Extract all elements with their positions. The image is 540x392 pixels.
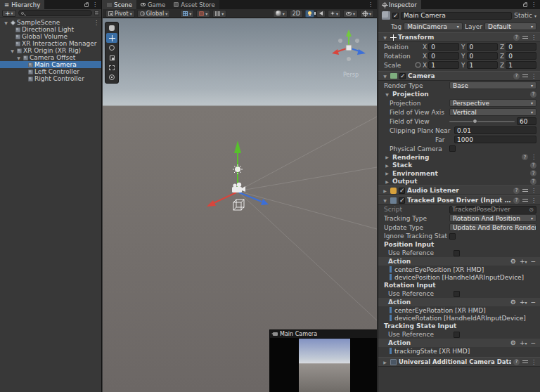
scene-visibility-button[interactable]: ▾ — [343, 10, 358, 18]
camera-header[interactable]: ▼ Camera ? ⋮ — [378, 71, 540, 81]
scene-kebab-icon[interactable]: ⋮ — [94, 20, 99, 26]
scene-canvas[interactable]: Persp — [103, 18, 377, 392]
position-y-field[interactable]: 0 — [467, 43, 499, 51]
help-icon[interactable]: ? — [513, 188, 520, 194]
fov-axis-dropdown[interactable]: Vertical ▾ — [449, 108, 536, 116]
search-filter-icon[interactable] — [94, 11, 99, 15]
kebab-menu-icon[interactable]: ⋮ — [531, 34, 536, 41]
camera-enabled-checkbox[interactable] — [399, 73, 406, 79]
preset-icon[interactable] — [522, 188, 528, 193]
constrain-proportions-icon[interactable] — [416, 63, 420, 67]
add-binding-icon[interactable]: +▾ — [520, 299, 527, 306]
grid-visibility-button[interactable]: ▾ — [180, 10, 194, 18]
projection-foldout[interactable]: ▼ Projection ? — [378, 90, 540, 98]
view-tool-button[interactable] — [106, 23, 117, 33]
help-icon[interactable]: ? — [530, 178, 536, 185]
layer-dropdown[interactable]: Default ▾ — [484, 22, 536, 30]
help-icon[interactable]: ? — [513, 359, 520, 365]
binding-item[interactable]: centerEyeRotation [XR HMD] — [378, 306, 540, 314]
kebab-menu-icon[interactable]: ⋮ — [531, 154, 536, 160]
foldout-icon[interactable]: ▼ — [3, 20, 9, 25]
kebab-menu-icon[interactable]: ⋮ — [531, 1, 536, 8]
kebab-menu-icon[interactable]: ⋮ — [531, 197, 536, 204]
environment-foldout[interactable]: ▶ Environment ? — [378, 169, 540, 178]
tracked-pose-driver-header[interactable]: ▼ Tracked Pose Driver (Input System) ? ⋮ — [378, 195, 540, 205]
foldout-icon[interactable]: ▼ — [384, 92, 390, 97]
kebab-menu-icon[interactable]: ⋮ — [531, 359, 536, 365]
use-reference-checkbox[interactable] — [454, 291, 460, 297]
slider-handle[interactable] — [472, 119, 477, 124]
scene-lighting-button[interactable] — [305, 10, 314, 18]
binding-item[interactable]: centerEyePosition [XR HMD] — [378, 266, 540, 273]
physical-camera-checkbox[interactable] — [449, 145, 456, 152]
static-dropdown-icon[interactable]: ▾ — [534, 13, 536, 18]
scale-y-field[interactable]: 1 — [467, 61, 499, 69]
hierarchy-search-input[interactable] — [18, 10, 92, 16]
universal-camera-data-header[interactable]: ▶ Universal Additional Camera Data (Scri… — [378, 357, 540, 367]
ignore-tracking-state-checkbox[interactable] — [449, 233, 456, 240]
tracking-type-dropdown[interactable]: Rotation And Position ▾ — [449, 214, 536, 222]
preset-icon[interactable] — [522, 198, 528, 203]
far-field[interactable]: 1000 — [454, 136, 536, 143]
active-checkbox[interactable] — [392, 13, 399, 19]
orientation-gizmo[interactable] — [326, 25, 371, 70]
foldout-icon[interactable]: ▶ — [382, 188, 388, 193]
scale-tool-button[interactable] — [106, 53, 117, 63]
tree-row-samplescene[interactable]: ▼ SampleScene ⋮ — [0, 19, 101, 26]
near-field[interactable]: 0.01 — [454, 126, 536, 134]
position-x-field[interactable]: 0 — [428, 43, 459, 51]
pivot-toggle-button[interactable]: Pivot ▾ — [105, 10, 135, 18]
tab-game[interactable]: Game — [136, 0, 169, 9]
scene-audio-button[interactable] — [316, 10, 326, 18]
gear-icon[interactable]: ⚙ — [510, 339, 516, 346]
remove-binding-icon[interactable]: − — [530, 258, 536, 265]
tree-row-right-controller[interactable]: Right Controller — [0, 75, 101, 82]
scale-x-field[interactable]: 1 — [428, 61, 459, 69]
help-icon[interactable]: ? — [513, 34, 520, 41]
binding-item[interactable]: trackingState [XR HMD] — [378, 347, 540, 355]
help-icon[interactable]: ? — [513, 197, 520, 204]
preset-icon[interactable] — [522, 35, 528, 40]
2d-toggle-button[interactable]: 2D — [290, 10, 303, 18]
tab-scene[interactable]: Scene — [103, 0, 136, 9]
tree-row-left-controller[interactable]: Left Controller — [0, 68, 101, 75]
kebab-menu-icon[interactable]: ⋮ — [92, 1, 98, 8]
help-icon[interactable]: ? — [513, 73, 520, 79]
render-type-dropdown[interactable]: Base ▾ — [449, 81, 536, 89]
preset-icon[interactable] — [522, 360, 528, 365]
rotation-x-field[interactable]: 0 — [428, 52, 459, 60]
help-icon[interactable]: ? — [530, 162, 536, 169]
tree-row-xr-origin[interactable]: ▼ XR Origin (XR Rig) — [0, 47, 101, 54]
camera-preview-window[interactable]: Main Camera — [269, 329, 377, 392]
rotation-y-field[interactable]: 0 — [467, 52, 499, 60]
tree-row-global-volume[interactable]: Global Volume — [0, 33, 101, 40]
increment-snap-button[interactable]: ▾ — [212, 10, 226, 18]
kebab-menu-icon[interactable]: ⋮ — [531, 73, 536, 79]
fov-slider[interactable] — [449, 117, 515, 125]
static-label[interactable]: Static — [514, 12, 532, 19]
binding-item[interactable]: deviceRotation [HandheldARInputDevice] — [378, 314, 540, 322]
preset-icon[interactable] — [522, 74, 528, 79]
tree-row-directional-light[interactable]: Directional Light — [0, 26, 101, 33]
scene-effects-button[interactable]: ▾ — [328, 10, 341, 18]
output-foldout[interactable]: ▶ Output ? — [378, 178, 540, 186]
help-icon[interactable]: ? — [530, 170, 536, 176]
lock-icon[interactable] — [84, 4, 89, 7]
tree-row-main-camera[interactable]: Main Camera — [0, 61, 101, 68]
position-z-field[interactable]: 0 — [506, 43, 536, 51]
rotation-z-field[interactable]: 0 — [506, 52, 536, 60]
kebab-menu-icon[interactable]: ⋮ — [531, 188, 536, 194]
tag-dropdown[interactable]: MainCamera ▾ — [404, 22, 463, 30]
foldout-icon[interactable]: ▼ — [382, 198, 388, 203]
scale-z-field[interactable]: 1 — [506, 61, 536, 69]
use-reference-checkbox[interactable] — [454, 332, 460, 338]
foldout-icon[interactable]: ▼ — [15, 55, 22, 60]
binding-item[interactable]: devicePosition [HandheldARInputDevice] — [378, 273, 540, 281]
tree-row-xr-interaction-manager[interactable]: XR Interaction Manager — [0, 40, 101, 47]
gear-icon[interactable]: ⚙ — [510, 258, 516, 265]
rect-tool-button[interactable] — [106, 63, 117, 72]
move-gizmo[interactable] — [201, 136, 280, 219]
gizmo-perspective-label[interactable]: Persp — [335, 72, 367, 78]
component-tools-button[interactable]: ▾ — [360, 10, 374, 18]
create-object-button[interactable]: + ▾ — [2, 10, 16, 17]
